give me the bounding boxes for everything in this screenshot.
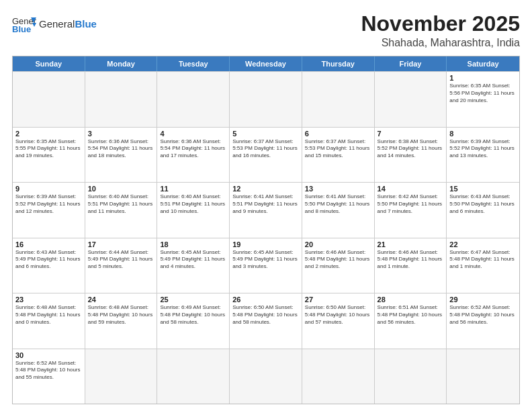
day-number: 27 (305, 295, 371, 304)
header: General Blue GeneralBlue November 2025 S… (12, 12, 520, 49)
calendar-cell: 26Sunrise: 6:50 AM Sunset: 5:48 PM Dayli… (230, 293, 302, 348)
day-info: Sunrise: 6:43 AM Sunset: 5:49 PM Dayligh… (15, 249, 82, 271)
day-number: 6 (305, 130, 371, 138)
calendar-week: 9Sunrise: 6:39 AM Sunset: 5:52 PM Daylig… (13, 182, 519, 237)
day-info: Sunrise: 6:36 AM Sunset: 5:54 PM Dayligh… (160, 138, 226, 160)
day-number: 10 (88, 185, 154, 193)
day-number: 3 (88, 130, 154, 138)
day-info: Sunrise: 6:37 AM Sunset: 5:53 PM Dayligh… (232, 138, 299, 160)
calendar-cell (230, 72, 302, 126)
day-number: 29 (449, 295, 517, 304)
calendar-cell (157, 72, 230, 126)
calendar-header: SundayMondayTuesdayWednesdayThursdayFrid… (13, 56, 519, 71)
calendar-cell: 24Sunrise: 6:48 AM Sunset: 5:48 PM Dayli… (85, 293, 158, 348)
logo-blue: Blue (75, 18, 97, 30)
day-info: Sunrise: 6:42 AM Sunset: 5:50 PM Dayligh… (378, 193, 444, 215)
calendar-cell: 29Sunrise: 6:52 AM Sunset: 5:48 PM Dayli… (447, 293, 519, 348)
day-number: 11 (160, 185, 226, 193)
day-info: Sunrise: 6:35 AM Sunset: 5:56 PM Dayligh… (449, 83, 517, 104)
day-number: 9 (15, 185, 82, 193)
calendar-cell: 9Sunrise: 6:39 AM Sunset: 5:52 PM Daylig… (13, 183, 85, 237)
calendar-cell: 30Sunrise: 6:52 AM Sunset: 5:48 PM Dayli… (13, 349, 85, 404)
calendar-cell: 11Sunrise: 6:40 AM Sunset: 5:51 PM Dayli… (157, 183, 230, 237)
day-info: Sunrise: 6:40 AM Sunset: 5:51 PM Dayligh… (88, 193, 154, 215)
day-number: 15 (449, 185, 517, 193)
day-number: 2 (15, 130, 82, 138)
calendar-cell (85, 349, 158, 404)
day-info: Sunrise: 6:41 AM Sunset: 5:51 PM Dayligh… (232, 193, 299, 215)
day-number: 4 (160, 130, 226, 138)
calendar-cell: 18Sunrise: 6:45 AM Sunset: 5:49 PM Dayli… (157, 238, 230, 293)
calendar-body: 1Sunrise: 6:35 AM Sunset: 5:56 PM Daylig… (13, 71, 519, 404)
svg-text:Blue: Blue (12, 24, 31, 34)
day-number: 17 (88, 240, 154, 248)
title-block: November 2025 Shahada, Maharashtra, Indi… (361, 12, 520, 49)
day-info: Sunrise: 6:48 AM Sunset: 5:48 PM Dayligh… (88, 304, 154, 326)
calendar-cell: 14Sunrise: 6:42 AM Sunset: 5:50 PM Dayli… (375, 183, 447, 237)
day-info: Sunrise: 6:39 AM Sunset: 5:52 PM Dayligh… (15, 193, 82, 215)
day-number: 8 (449, 130, 517, 138)
day-info: Sunrise: 6:45 AM Sunset: 5:49 PM Dayligh… (232, 249, 299, 271)
weekday-header: Thursday (302, 56, 375, 71)
day-number: 22 (449, 240, 517, 248)
logo: General Blue GeneralBlue (12, 15, 97, 34)
calendar-cell: 5Sunrise: 6:37 AM Sunset: 5:53 PM Daylig… (230, 128, 302, 182)
day-info: Sunrise: 6:46 AM Sunset: 5:48 PM Dayligh… (305, 249, 371, 271)
day-info: Sunrise: 6:46 AM Sunset: 5:48 PM Dayligh… (378, 249, 444, 271)
logo-general: General (39, 18, 75, 30)
calendar-week: 2Sunrise: 6:35 AM Sunset: 5:55 PM Daylig… (13, 127, 519, 182)
day-number: 5 (232, 130, 299, 138)
page: General Blue GeneralBlue November 2025 S… (0, 0, 532, 411)
day-info: Sunrise: 6:36 AM Sunset: 5:54 PM Dayligh… (88, 138, 154, 160)
calendar-cell: 8Sunrise: 6:39 AM Sunset: 5:52 PM Daylig… (447, 128, 519, 182)
calendar-cell: 12Sunrise: 6:41 AM Sunset: 5:51 PM Dayli… (230, 183, 302, 237)
calendar-week: 16Sunrise: 6:43 AM Sunset: 5:49 PM Dayli… (13, 238, 519, 293)
weekday-header: Wednesday (230, 56, 302, 71)
day-number: 21 (378, 240, 444, 248)
day-info: Sunrise: 6:50 AM Sunset: 5:48 PM Dayligh… (305, 304, 371, 326)
calendar-cell: 3Sunrise: 6:36 AM Sunset: 5:54 PM Daylig… (85, 128, 158, 182)
logo-icon: General Blue (12, 15, 36, 34)
calendar-cell (447, 349, 519, 404)
day-number: 30 (15, 351, 82, 359)
calendar-cell (375, 72, 447, 126)
calendar-cell: 28Sunrise: 6:51 AM Sunset: 5:48 PM Dayli… (375, 293, 447, 348)
calendar-cell: 20Sunrise: 6:46 AM Sunset: 5:48 PM Dayli… (302, 238, 375, 293)
day-info: Sunrise: 6:43 AM Sunset: 5:50 PM Dayligh… (449, 193, 517, 215)
day-number: 1 (449, 74, 517, 82)
day-number: 14 (378, 185, 444, 193)
calendar-cell (230, 349, 302, 404)
calendar-cell: 25Sunrise: 6:49 AM Sunset: 5:48 PM Dayli… (157, 293, 230, 348)
day-info: Sunrise: 6:51 AM Sunset: 5:48 PM Dayligh… (378, 304, 444, 326)
day-number: 18 (160, 240, 226, 248)
calendar-cell: 22Sunrise: 6:47 AM Sunset: 5:48 PM Dayli… (447, 238, 519, 293)
calendar-cell (157, 349, 230, 404)
calendar-cell: 23Sunrise: 6:48 AM Sunset: 5:48 PM Dayli… (13, 293, 85, 348)
weekday-header: Friday (375, 56, 447, 71)
calendar-cell: 13Sunrise: 6:41 AM Sunset: 5:50 PM Dayli… (302, 183, 375, 237)
day-number: 13 (305, 185, 371, 193)
calendar-cell (302, 72, 375, 126)
calendar-cell (85, 72, 158, 126)
day-info: Sunrise: 6:37 AM Sunset: 5:53 PM Dayligh… (305, 138, 371, 160)
calendar-week: 1Sunrise: 6:35 AM Sunset: 5:56 PM Daylig… (13, 71, 519, 126)
day-info: Sunrise: 6:50 AM Sunset: 5:48 PM Dayligh… (232, 304, 299, 326)
weekday-header: Saturday (447, 56, 519, 71)
calendar-cell (375, 349, 447, 404)
calendar-cell: 15Sunrise: 6:43 AM Sunset: 5:50 PM Dayli… (447, 183, 519, 237)
calendar-cell: 4Sunrise: 6:36 AM Sunset: 5:54 PM Daylig… (157, 128, 230, 182)
day-info: Sunrise: 6:52 AM Sunset: 5:48 PM Dayligh… (15, 360, 82, 381)
calendar-cell: 19Sunrise: 6:45 AM Sunset: 5:49 PM Dayli… (230, 238, 302, 293)
day-info: Sunrise: 6:38 AM Sunset: 5:52 PM Dayligh… (378, 138, 444, 160)
weekday-header: Sunday (13, 56, 85, 71)
calendar-cell: 21Sunrise: 6:46 AM Sunset: 5:48 PM Dayli… (375, 238, 447, 293)
day-number: 12 (232, 185, 299, 193)
weekday-header: Tuesday (157, 56, 230, 71)
day-info: Sunrise: 6:45 AM Sunset: 5:49 PM Dayligh… (160, 249, 226, 271)
day-info: Sunrise: 6:49 AM Sunset: 5:48 PM Dayligh… (160, 304, 226, 326)
day-info: Sunrise: 6:47 AM Sunset: 5:48 PM Dayligh… (449, 249, 517, 271)
day-info: Sunrise: 6:35 AM Sunset: 5:55 PM Dayligh… (15, 138, 82, 160)
day-number: 7 (378, 130, 444, 138)
calendar-cell: 1Sunrise: 6:35 AM Sunset: 5:56 PM Daylig… (447, 72, 519, 126)
calendar: SundayMondayTuesdayWednesdayThursdayFrid… (12, 56, 520, 404)
